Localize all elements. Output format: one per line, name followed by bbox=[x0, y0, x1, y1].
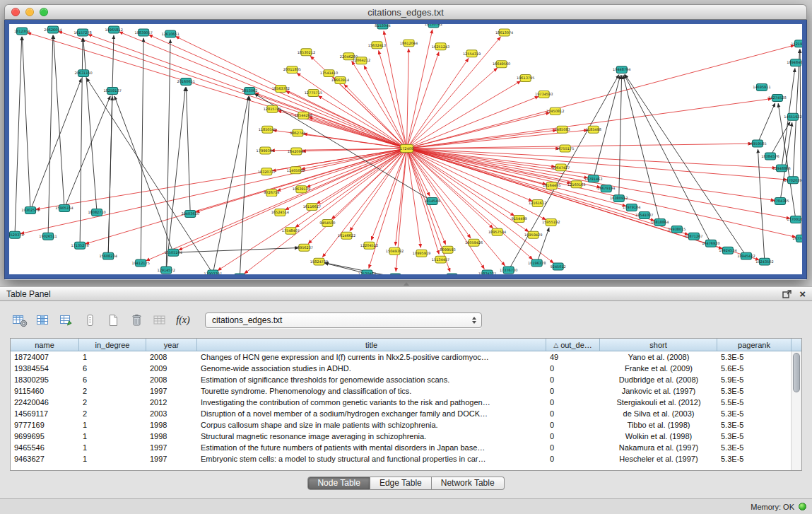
graph-node[interactable]: 1185498 bbox=[586, 126, 601, 133]
graph-node[interactable]: 11850545 bbox=[259, 126, 276, 133]
graph-node[interactable]: 18541037 bbox=[635, 212, 653, 219]
graph-node[interactable]: 1853062 bbox=[242, 87, 257, 94]
graph-node[interactable]: 19026511 bbox=[39, 233, 57, 240]
network-graph-svg[interactable]: 1812304206260541615727819965812188390571… bbox=[9, 24, 802, 274]
graph-node[interactable]: 19243502 bbox=[755, 258, 773, 265]
graph-node[interactable]: 18544208 bbox=[295, 112, 312, 119]
delete-table-button[interactable] bbox=[150, 311, 170, 330]
graph-node[interactable]: 15905154 bbox=[55, 205, 73, 212]
table-row[interactable]: 1938455462009Genome-wide association stu… bbox=[11, 363, 801, 374]
close-panel-icon[interactable]: × bbox=[799, 288, 806, 299]
graph-node[interactable]: 16059426 bbox=[465, 239, 483, 246]
graph-node[interactable]: 9154499 bbox=[512, 215, 527, 222]
graph-node[interactable]: 14702039 bbox=[784, 177, 801, 184]
graph-node[interactable]: 18082710 bbox=[88, 209, 105, 216]
panel-splitter[interactable] bbox=[0, 281, 812, 286]
graph-node[interactable]: 19924534 bbox=[719, 247, 736, 254]
graph-node[interactable]: 15505164 bbox=[165, 249, 182, 256]
scrollbar-thumb[interactable] bbox=[793, 353, 800, 392]
function-builder-button[interactable]: f(x) bbox=[173, 311, 193, 330]
graph-node[interactable]: 17979104 bbox=[623, 204, 640, 211]
table-row[interactable]: 911546021997Tourette syndrome. Phenomeno… bbox=[11, 385, 801, 397]
table-row[interactable]: 946554611997Estimation of the future num… bbox=[11, 442, 801, 453]
graph-node[interactable]: 18384576 bbox=[761, 153, 779, 160]
graph-node[interactable]: 14679194 bbox=[597, 185, 615, 192]
table-row[interactable]: 977716911998Corpus callosum shape and si… bbox=[11, 419, 801, 431]
column-header-name[interactable]: name bbox=[11, 339, 79, 351]
graph-node[interactable]: 20626054 bbox=[44, 26, 61, 33]
graph-node[interactable]: 16818864 bbox=[651, 218, 669, 226]
graph-node[interactable]: 20631150 bbox=[74, 70, 92, 77]
graph-node[interactable]: 16755175 bbox=[556, 145, 574, 152]
graph-node[interactable]: 17541410 bbox=[320, 70, 338, 77]
edit-columns-button[interactable] bbox=[57, 311, 76, 330]
graph-node[interactable]: 18956237 bbox=[295, 244, 313, 251]
graph-node[interactable]: 15824327 bbox=[478, 270, 496, 274]
graph-node[interactable]: 10639139 bbox=[293, 186, 310, 193]
graph-node[interactable]: 17903297 bbox=[204, 270, 222, 274]
table-row[interactable]: 1456911722003Disruption of a novel membe… bbox=[11, 408, 801, 419]
table-row[interactable]: 969969511998Structural magnetic resonanc… bbox=[11, 431, 801, 442]
graph-node[interactable]: 18957594 bbox=[488, 228, 506, 235]
zoom-window-button[interactable] bbox=[40, 8, 48, 16]
graph-node[interactable]: 14651922 bbox=[784, 113, 801, 120]
graph-node[interactable]: 1812304 bbox=[14, 28, 30, 35]
graph-node[interactable]: 14663914 bbox=[331, 77, 349, 84]
graph-node[interactable]: 19924029 bbox=[387, 274, 404, 274]
graph-node[interactable]: 18259137 bbox=[103, 87, 121, 94]
graph-node[interactable]: 9726754 bbox=[264, 189, 279, 197]
graph-node[interactable]: 8153044 bbox=[375, 24, 390, 29]
table-source-select[interactable]: citations_edges.txt bbox=[205, 313, 482, 328]
graph-node[interactable]: 17700105 bbox=[787, 216, 802, 223]
column-header-out_degree[interactable]: △out_de… bbox=[546, 339, 600, 351]
graph-node[interactable]: 12948866 bbox=[772, 165, 790, 172]
graph-node[interactable]: 16520374 bbox=[9, 231, 24, 238]
graph-node[interactable]: 16524514 bbox=[271, 209, 289, 216]
column-header-short[interactable]: short bbox=[600, 339, 717, 351]
graph-node[interactable]: 16380912 bbox=[610, 195, 628, 202]
table-row[interactable]: 1830029562008Estimation of significance … bbox=[11, 374, 801, 385]
graph-node[interactable]: 18945422 bbox=[737, 252, 755, 259]
graph-node[interactable]: 18420943 bbox=[288, 148, 305, 155]
graph-node[interactable]: 15824739 bbox=[310, 258, 328, 265]
create-column-button[interactable] bbox=[103, 311, 123, 330]
network-window-titlebar[interactable]: citations_edges.txt bbox=[4, 4, 807, 20]
graph-node[interactable]: 15955192 bbox=[542, 218, 560, 226]
graph-node[interactable]: 15632413 bbox=[368, 42, 386, 49]
graph-node[interactable]: 15959585 bbox=[748, 140, 766, 147]
graph-node[interactable]: 12914572 bbox=[158, 267, 175, 274]
graph-node[interactable]: 11405009 bbox=[287, 167, 305, 174]
graph-node[interactable]: 1914549 bbox=[424, 198, 440, 205]
graph-node[interactable]: 18613074 bbox=[495, 29, 513, 36]
graph-node[interactable]: 8099593 bbox=[440, 246, 455, 253]
table-row[interactable]: 946362711997Embryonic stem cells: a mode… bbox=[11, 453, 801, 465]
table-row[interactable]: 1872400712008Changes of HCN gene express… bbox=[11, 351, 801, 363]
close-window-button[interactable] bbox=[11, 8, 20, 16]
graph-node[interactable]: 18130742 bbox=[425, 24, 442, 28]
network-canvas[interactable]: 1812304206260541615727819965812188390571… bbox=[9, 24, 802, 274]
graph-node[interactable]: 16251243 bbox=[432, 43, 449, 50]
graph-node[interactable]: 15049392 bbox=[386, 247, 404, 255]
graph-node[interactable]: 20403610 bbox=[182, 211, 199, 218]
graph-node[interactable]: 16649560 bbox=[493, 61, 510, 68]
graph-node[interactable]: 14695911 bbox=[753, 84, 770, 91]
graph-node[interactable]: 20160651 bbox=[177, 78, 195, 86]
graph-node[interactable]: 10320737 bbox=[258, 168, 276, 175]
row-options-button[interactable] bbox=[80, 311, 100, 330]
graph-node[interactable]: 18530212 bbox=[298, 49, 315, 56]
graph-node[interactable]: 9454500 bbox=[319, 219, 335, 226]
graph-node[interactable]: 15608234 bbox=[99, 252, 117, 259]
column-header-in_degree[interactable]: in_degree bbox=[79, 339, 146, 351]
graph-node[interactable]: 20011805 bbox=[283, 66, 301, 74]
graph-node[interactable]: 12160163 bbox=[567, 181, 585, 188]
graph-node[interactable]: 18948406 bbox=[787, 59, 802, 66]
graph-node[interactable]: 16476920 bbox=[702, 240, 719, 247]
graph-node[interactable]: 12775715 bbox=[305, 89, 322, 96]
graph-node[interactable]: 10647427 bbox=[552, 164, 570, 171]
graph-node[interactable]: 10196378 bbox=[528, 259, 546, 267]
graph-node[interactable]: 16774845 bbox=[792, 235, 802, 242]
graph-node[interactable]: 172409 bbox=[400, 145, 413, 153]
graph-node[interactable]: 10839049 bbox=[443, 274, 461, 274]
graph-node[interactable]: 18055563 bbox=[231, 274, 249, 274]
table-mode-button[interactable] bbox=[10, 311, 30, 330]
